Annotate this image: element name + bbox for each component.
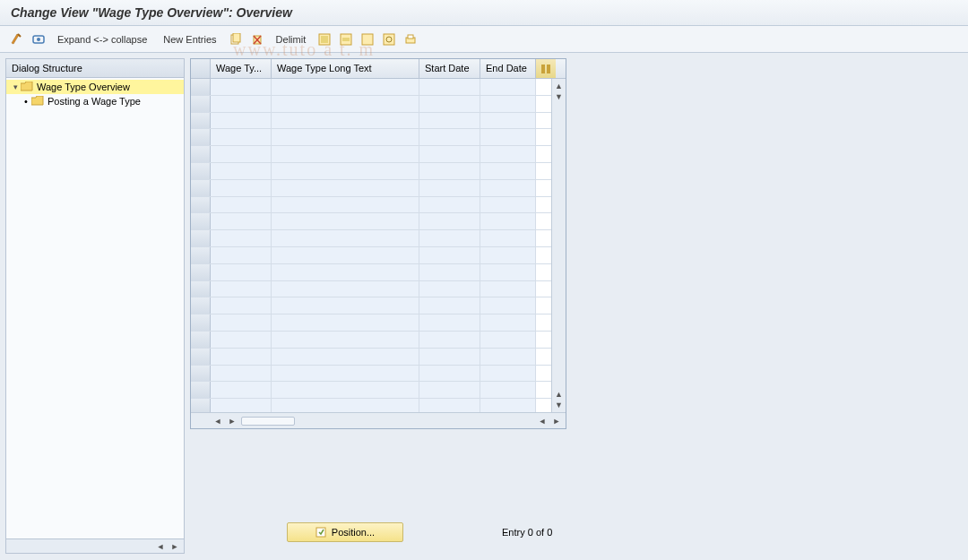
cell-start-date[interactable] [419,297,480,314]
row-selector[interactable] [191,129,211,145]
expand-collapse-button[interactable]: Expand <-> collapse [52,32,152,47]
table-row[interactable] [191,213,551,230]
cell-start-date[interactable] [419,349,480,365]
cell-wage-type-long[interactable] [272,163,419,179]
row-selector[interactable] [191,349,211,365]
cell-wage-type[interactable] [211,382,272,398]
cell-end-date[interactable] [480,281,536,297]
grid-select-all[interactable] [191,59,211,78]
col-start-date[interactable]: Start Date [419,59,480,78]
cell-wage-type-long[interactable] [272,79,419,95]
col-end-date[interactable]: End Date [480,59,536,78]
cell-wage-type[interactable] [211,332,272,348]
scroll-up-icon[interactable]: ▲ [554,81,565,91]
cell-wage-type[interactable] [211,197,272,213]
cell-wage-type[interactable] [211,314,272,331]
cell-wage-type-long[interactable] [272,264,419,280]
cell-start-date[interactable] [419,332,480,348]
table-row[interactable] [191,382,551,399]
row-selector[interactable] [191,247,211,263]
cell-end-date[interactable] [480,96,536,112]
cell-end-date[interactable] [480,163,536,179]
cell-start-date[interactable] [419,146,480,162]
cell-wage-type-long[interactable] [272,197,419,213]
new-entries-button[interactable]: New Entries [158,32,221,47]
cell-end-date[interactable] [480,264,536,280]
row-selector[interactable] [191,79,211,95]
select-block-icon[interactable] [338,31,354,47]
table-row[interactable] [191,113,551,130]
scroll-left-icon[interactable]: ◄ [212,416,223,426]
row-selector[interactable] [191,314,211,331]
cell-end-date[interactable] [480,213,536,229]
table-row[interactable] [191,247,551,264]
row-selector[interactable] [191,163,211,179]
cell-start-date[interactable] [419,382,480,398]
cell-end-date[interactable] [480,366,536,382]
cell-end-date[interactable] [480,230,536,246]
cell-start-date[interactable] [419,366,480,382]
cell-wage-type[interactable] [211,96,272,112]
scroll-down2-icon[interactable]: ▼ [554,400,565,410]
row-selector[interactable] [191,366,211,382]
cell-wage-type-long[interactable] [272,297,419,314]
tree-item-posting-wage-type[interactable]: • Posting a Wage Type [6,94,184,108]
cell-wage-type[interactable] [211,247,272,263]
cell-start-date[interactable] [419,247,480,263]
scroll-right-icon[interactable]: ► [227,416,238,426]
scroll-down-icon[interactable]: ▼ [554,91,565,102]
cell-start-date[interactable] [419,180,480,196]
cell-end-date[interactable] [480,332,536,348]
cell-start-date[interactable] [419,96,480,112]
cell-end-date[interactable] [480,146,536,162]
cell-wage-type[interactable] [211,213,272,229]
grid-vscroll[interactable]: ▲ ▼ ▲ ▼ [551,79,566,412]
row-selector[interactable] [191,213,211,229]
position-button[interactable]: Position... [287,522,403,542]
cell-start-date[interactable] [419,230,480,246]
cell-wage-type[interactable] [211,146,272,162]
row-selector[interactable] [191,180,211,196]
cell-end-date[interactable] [480,247,536,263]
table-row[interactable] [191,230,551,247]
table-row[interactable] [191,366,551,383]
table-row[interactable] [191,79,551,96]
cell-wage-type-long[interactable] [272,180,419,196]
cell-end-date[interactable] [480,129,536,145]
cell-end-date[interactable] [480,297,536,314]
config-icon[interactable] [381,31,397,47]
table-row[interactable] [191,399,551,412]
row-selector[interactable] [191,297,211,314]
cell-wage-type[interactable] [211,297,272,314]
row-selector[interactable] [191,96,211,112]
cell-wage-type-long[interactable] [272,382,419,398]
table-row[interactable] [191,281,551,298]
cell-wage-type-long[interactable] [272,96,419,112]
table-row[interactable] [191,197,551,214]
cell-start-date[interactable] [419,264,480,280]
cell-wage-type-long[interactable] [272,129,419,145]
cell-wage-type-long[interactable] [272,281,419,297]
grid-configure-icon[interactable] [536,59,556,78]
cell-start-date[interactable] [419,213,480,229]
col-wage-type-long[interactable]: Wage Type Long Text [272,59,419,78]
tree-item-wage-type-overview[interactable]: ▾ Wage Type Overview [6,80,184,94]
cell-wage-type[interactable] [211,366,272,382]
table-row[interactable] [191,314,551,332]
cell-wage-type[interactable] [211,163,272,179]
cell-wage-type[interactable] [211,180,272,196]
scroll-right-icon[interactable]: ► [169,541,180,552]
cell-wage-type[interactable] [211,230,272,246]
cell-wage-type-long[interactable] [272,349,419,365]
row-selector[interactable] [191,113,211,129]
row-selector[interactable] [191,399,211,412]
table-row[interactable] [191,146,551,163]
row-selector[interactable] [191,332,211,348]
print-icon[interactable] [402,31,419,47]
delete-icon[interactable] [249,31,265,47]
table-row[interactable] [191,332,551,349]
cell-end-date[interactable] [480,399,536,412]
hscroll-thumb[interactable] [241,417,295,426]
cell-start-date[interactable] [419,314,480,331]
sidebar-hscroll[interactable]: ◄ ► [6,538,184,553]
